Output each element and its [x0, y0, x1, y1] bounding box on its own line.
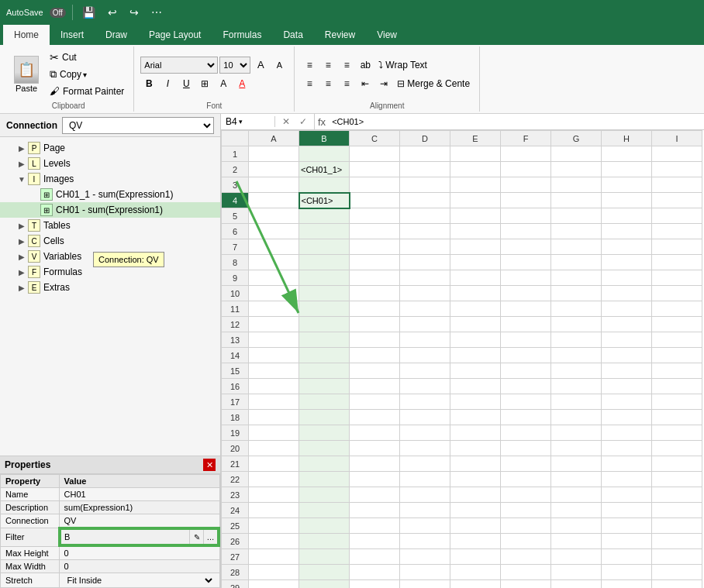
font-name-select[interactable]: Arial	[140, 57, 218, 74]
tree-item-levels[interactable]: ▶ L Levels	[0, 156, 220, 171]
cell-E14[interactable]	[450, 348, 501, 363]
copy-dropdown-icon[interactable]: ▾	[83, 70, 87, 79]
cell-I23[interactable]	[652, 487, 702, 503]
cell-A2[interactable]	[249, 162, 299, 177]
tree-item-page[interactable]: ▶ P Page	[0, 140, 220, 156]
cell-B29[interactable]	[299, 580, 350, 589]
cell-F19[interactable]	[501, 425, 551, 441]
cell-I5[interactable]	[652, 208, 702, 224]
cell-I21[interactable]	[652, 456, 702, 472]
cell-F22[interactable]	[501, 472, 551, 487]
cell-H24[interactable]	[602, 503, 652, 518]
tree-item-ch01-1[interactable]: ⊞ CH01_1 - sum(Expression1)	[0, 187, 220, 202]
cell-I20[interactable]	[652, 441, 702, 456]
cell-C21[interactable]	[350, 456, 400, 472]
cell-A25[interactable]	[249, 518, 299, 534]
cell-H25[interactable]	[602, 518, 652, 534]
cell-D18[interactable]	[400, 410, 450, 425]
align-bottom-button[interactable]: ≡	[338, 57, 355, 74]
tree-item-cells[interactable]: ▶ C Cells	[0, 233, 220, 249]
cell-E17[interactable]	[450, 394, 501, 410]
cell-B6[interactable]	[299, 224, 350, 239]
cell-H12[interactable]	[602, 317, 652, 332]
cell-F6[interactable]	[501, 224, 551, 239]
cell-B17[interactable]	[299, 394, 350, 410]
font-color-button[interactable]: A	[233, 75, 250, 92]
cell-B1[interactable]	[299, 146, 350, 162]
cell-B8[interactable]	[299, 255, 350, 270]
cell-A10[interactable]	[249, 286, 299, 301]
cell-E2[interactable]	[450, 162, 501, 177]
save-icon[interactable]: 💾	[79, 5, 98, 20]
cell-F20[interactable]	[501, 441, 551, 456]
cell-B2[interactable]: <CH01_1>	[299, 162, 350, 177]
align-top-button[interactable]: ≡	[301, 57, 318, 74]
cell-H11[interactable]	[602, 301, 652, 317]
cell-H10[interactable]	[602, 286, 652, 301]
cell-C16[interactable]	[350, 379, 400, 394]
col-header-E[interactable]: E	[450, 131, 501, 146]
cell-E24[interactable]	[450, 503, 501, 518]
cell-F13[interactable]	[501, 332, 551, 348]
cell-A14[interactable]	[249, 348, 299, 363]
undo-icon[interactable]: ↩	[105, 5, 120, 20]
cell-D10[interactable]	[400, 286, 450, 301]
cell-C3[interactable]	[350, 177, 400, 193]
cell-G27[interactable]	[551, 549, 602, 565]
cell-I6[interactable]	[652, 224, 702, 239]
cell-D14[interactable]	[400, 348, 450, 363]
cell-B23[interactable]	[299, 487, 350, 503]
cell-G15[interactable]	[551, 363, 602, 379]
cell-H29[interactable]	[602, 580, 652, 589]
cell-H2[interactable]	[602, 162, 652, 177]
cell-F17[interactable]	[501, 394, 551, 410]
cell-B12[interactable]	[299, 317, 350, 332]
tab-draw[interactable]: Draw	[95, 25, 138, 45]
cell-E10[interactable]	[450, 286, 501, 301]
cell-D2[interactable]	[400, 162, 450, 177]
cell-C9[interactable]	[350, 270, 400, 286]
cell-C4[interactable]	[350, 193, 400, 208]
cell-F24[interactable]	[501, 503, 551, 518]
cell-I4[interactable]	[652, 193, 702, 208]
cut-button[interactable]: ✂ Cut	[47, 50, 127, 65]
cell-I7[interactable]	[652, 239, 702, 255]
cell-C29[interactable]	[350, 580, 400, 589]
col-header-G[interactable]: G	[551, 131, 602, 146]
cell-E22[interactable]	[450, 472, 501, 487]
tree-item-tables[interactable]: ▶ T Tables	[0, 218, 220, 233]
cell-E29[interactable]	[450, 580, 501, 589]
cell-G13[interactable]	[551, 332, 602, 348]
cell-F5[interactable]	[501, 208, 551, 224]
cell-F4[interactable]	[501, 193, 551, 208]
properties-close-button[interactable]: ✕	[203, 459, 216, 471]
cell-D25[interactable]	[400, 518, 450, 534]
cell-I24[interactable]	[652, 503, 702, 518]
cell-F8[interactable]	[501, 255, 551, 270]
cell-G17[interactable]	[551, 394, 602, 410]
cell-F27[interactable]	[501, 549, 551, 565]
cell-H17[interactable]	[602, 394, 652, 410]
cell-F14[interactable]	[501, 348, 551, 363]
cell-D13[interactable]	[400, 332, 450, 348]
cell-A19[interactable]	[249, 425, 299, 441]
font-size-select[interactable]: 10	[219, 57, 250, 74]
cell-D24[interactable]	[400, 503, 450, 518]
cell-B5[interactable]	[299, 208, 350, 224]
cell-D15[interactable]	[400, 363, 450, 379]
cell-A29[interactable]	[249, 580, 299, 589]
cell-A9[interactable]	[249, 270, 299, 286]
cell-G18[interactable]	[551, 410, 602, 425]
underline-button[interactable]: U	[178, 75, 195, 92]
cancel-formula-button[interactable]: ✕	[278, 114, 294, 129]
cell-D22[interactable]	[400, 472, 450, 487]
cell-E16[interactable]	[450, 379, 501, 394]
cell-C11[interactable]	[350, 301, 400, 317]
cell-F15[interactable]	[501, 363, 551, 379]
align-center-button[interactable]: ≡	[319, 75, 336, 92]
cell-D26[interactable]	[400, 534, 450, 549]
cell-F3[interactable]	[501, 177, 551, 193]
tree-item-extras[interactable]: ▶ E Extras	[0, 280, 220, 295]
cell-I15[interactable]	[652, 363, 702, 379]
cell-A16[interactable]	[249, 379, 299, 394]
